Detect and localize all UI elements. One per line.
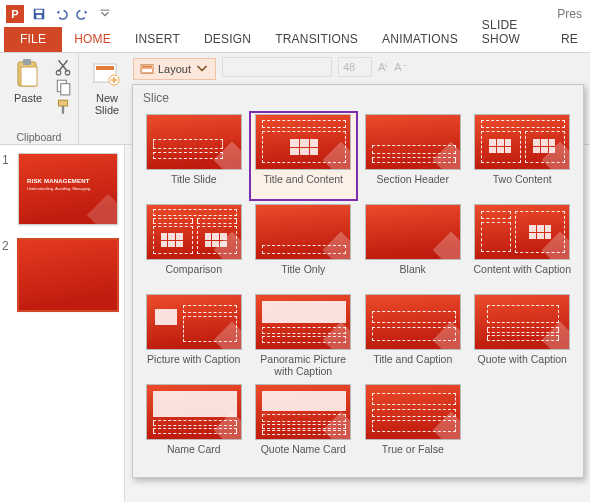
app-icon: P xyxy=(6,5,24,23)
clipboard-icon xyxy=(12,58,44,90)
cut-icon[interactable] xyxy=(54,58,72,76)
svg-rect-11 xyxy=(59,100,68,106)
layout-option[interactable]: Title Only xyxy=(249,201,359,291)
layout-icon xyxy=(140,63,154,75)
layout-option[interactable]: Panoramic Picture with Caption xyxy=(249,291,359,381)
layout-option-label: Title Only xyxy=(281,263,325,289)
slide-thumbnail-pane[interactable]: 1 RISK MANAGEMENT Understanding. Avoidin… xyxy=(0,145,125,502)
svg-rect-2 xyxy=(36,15,41,19)
svg-rect-12 xyxy=(62,106,64,114)
layout-option-label: Content with Caption xyxy=(474,263,571,289)
redo-icon[interactable] xyxy=(72,3,94,25)
svg-rect-10 xyxy=(61,84,70,95)
group-clipboard: Paste Clipboard xyxy=(0,53,79,144)
svg-rect-1 xyxy=(36,10,43,14)
slide-thumb-1[interactable]: 1 RISK MANAGEMENT Understanding. Avoidin… xyxy=(10,153,114,225)
tab-slideshow[interactable]: SLIDE SHOW xyxy=(470,13,549,52)
tab-transitions[interactable]: TRANSITIONS xyxy=(263,27,370,52)
layout-option[interactable]: Title Slide xyxy=(139,111,249,201)
paste-label: Paste xyxy=(14,92,42,104)
slide-number: 2 xyxy=(2,239,9,253)
slide1-subtitle: Understanding. Avoiding. Managing. xyxy=(19,184,117,191)
layout-option-label: Picture with Caption xyxy=(147,353,240,379)
undo-icon[interactable] xyxy=(50,3,72,25)
layout-option[interactable]: Blank xyxy=(358,201,468,291)
chevron-down-icon xyxy=(195,63,209,75)
layout-option[interactable]: Comparison xyxy=(139,201,249,291)
tab-animations[interactable]: ANIMATIONS xyxy=(370,27,470,52)
svg-rect-5 xyxy=(23,59,31,65)
layout-option[interactable]: Name Card xyxy=(139,381,249,471)
tab-review[interactable]: RE xyxy=(549,27,590,52)
slide1-title: RISK MANAGEMENT xyxy=(19,154,117,184)
layout-option[interactable]: True or False xyxy=(358,381,468,471)
layout-option[interactable]: Section Header xyxy=(358,111,468,201)
new-slide-label: New Slide xyxy=(95,92,119,116)
layout-button[interactable]: Layout xyxy=(133,58,216,80)
new-slide-button[interactable]: New Slide xyxy=(85,56,129,116)
svg-rect-3 xyxy=(101,10,110,11)
layout-option-label: True or False xyxy=(382,443,444,469)
layout-option[interactable]: Title and Content xyxy=(249,111,359,201)
layout-option[interactable]: Quote with Caption xyxy=(468,291,578,381)
layout-gallery-popup: Slice Title SlideTitle and ContentSectio… xyxy=(132,84,584,478)
layout-gallery-header: Slice xyxy=(133,85,583,109)
layout-option-label: Name Card xyxy=(167,443,221,469)
layout-option-label: Comparison xyxy=(165,263,222,289)
layout-button-label: Layout xyxy=(158,63,191,75)
svg-rect-17 xyxy=(142,66,153,68)
tab-home[interactable]: HOME xyxy=(62,27,123,52)
layout-option-label: Title Slide xyxy=(171,173,217,199)
layout-option-label: Section Header xyxy=(377,173,449,199)
tab-file[interactable]: FILE xyxy=(4,27,62,52)
svg-rect-6 xyxy=(21,67,37,86)
layout-option-label: Panoramic Picture with Caption xyxy=(251,353,357,379)
layout-option-label: Quote with Caption xyxy=(478,353,567,379)
svg-rect-14 xyxy=(96,66,114,70)
paste-button[interactable]: Paste xyxy=(6,56,50,130)
layout-option[interactable]: Title and Caption xyxy=(358,291,468,381)
layout-option[interactable]: Two Content xyxy=(468,111,578,201)
tab-insert[interactable]: INSERT xyxy=(123,27,192,52)
layout-option-label: Blank xyxy=(400,263,426,289)
save-icon[interactable] xyxy=(28,3,50,25)
tab-design[interactable]: DESIGN xyxy=(192,27,263,52)
layout-option-label: Two Content xyxy=(493,173,552,199)
layout-option[interactable]: Quote Name Card xyxy=(249,381,359,471)
qat-customize-icon[interactable] xyxy=(94,3,116,25)
layout-option[interactable]: Content with Caption xyxy=(468,201,578,291)
copy-icon[interactable] xyxy=(54,78,72,96)
slide-number: 1 xyxy=(2,153,9,167)
slide-thumb-2[interactable]: 2 xyxy=(10,239,114,311)
layout-option-label: Title and Caption xyxy=(373,353,452,379)
layout-option-label: Title and Content xyxy=(263,173,343,199)
layout-option-label: Quote Name Card xyxy=(261,443,346,469)
layout-option[interactable]: Picture with Caption xyxy=(139,291,249,381)
clipboard-group-label: Clipboard xyxy=(17,130,62,143)
ribbon-tabs: FILE HOME INSERT DESIGN TRANSITIONS ANIM… xyxy=(0,28,590,53)
new-slide-icon xyxy=(91,58,123,90)
format-painter-icon[interactable] xyxy=(54,98,72,116)
